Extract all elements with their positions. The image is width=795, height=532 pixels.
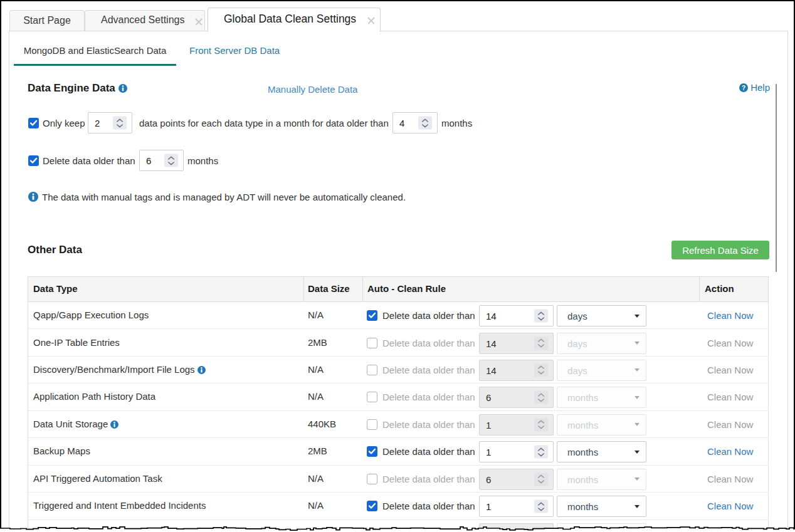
svg-text:?: ? [742, 85, 745, 91]
